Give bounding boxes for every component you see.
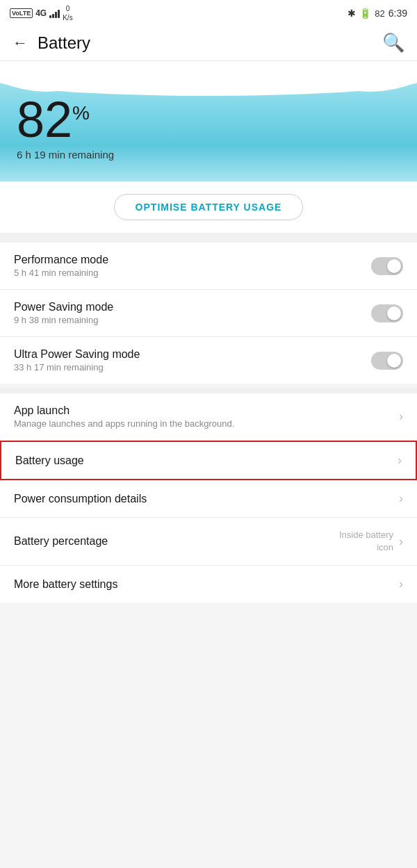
performance-mode-subtitle: 5 h 41 min remaining xyxy=(14,268,371,278)
ultra-power-saving-subtitle: 33 h 17 min remaining xyxy=(14,362,371,372)
power-consumption-right: › xyxy=(399,491,403,506)
battery-usage-right: › xyxy=(398,453,402,468)
app-launch-item[interactable]: App launch Manage launches and apps runn… xyxy=(0,393,417,441)
modes-section: Performance mode 5 h 41 min remaining Po… xyxy=(0,243,417,384)
app-launch-right: › xyxy=(399,409,403,424)
battery-usage-left: Battery usage xyxy=(15,455,398,467)
divider-2 xyxy=(0,388,417,393)
top-bar: ← Battery 🔍 xyxy=(0,25,417,61)
more-battery-settings-title: More battery settings xyxy=(14,578,399,591)
power-saving-right xyxy=(371,304,403,322)
ultra-power-saving-item[interactable]: Ultra Power Saving mode 33 h 17 min rema… xyxy=(0,337,417,384)
power-saving-left: Power Saving mode 9 h 38 min remaining xyxy=(14,301,371,325)
data-speed: 0 K/s xyxy=(63,4,72,22)
power-consumption-item[interactable]: Power consumption details › xyxy=(0,480,417,518)
status-left: VoLTE 4G 0 K/s xyxy=(10,4,73,22)
power-saving-item[interactable]: Power Saving mode 9 h 38 min remaining xyxy=(0,290,417,337)
performance-mode-title: Performance mode xyxy=(14,254,371,266)
settings-items-section: App launch Manage launches and apps runn… xyxy=(0,393,417,603)
battery-percentage-left: Battery percentage xyxy=(14,535,339,548)
ultra-power-saving-toggle[interactable] xyxy=(371,352,403,370)
status-right: ✱ 🔋 82 6:39 xyxy=(348,8,407,19)
app-launch-left: App launch Manage launches and apps runn… xyxy=(14,404,399,429)
divider-1 xyxy=(0,237,417,243)
search-button[interactable]: 🔍 xyxy=(382,32,404,54)
power-saving-toggle[interactable] xyxy=(371,304,403,322)
performance-mode-right xyxy=(371,257,403,275)
battery-percentage-title: Battery percentage xyxy=(14,535,339,548)
more-battery-settings-item[interactable]: More battery settings › xyxy=(0,566,417,603)
app-launch-title: App launch xyxy=(14,404,399,417)
more-battery-settings-right: › xyxy=(399,577,403,591)
battery-percentage-chevron: › xyxy=(399,534,403,549)
app-launch-chevron: › xyxy=(399,409,403,424)
ultra-power-saving-right xyxy=(371,352,403,370)
battery-usage-item[interactable]: Battery usage › xyxy=(0,441,417,480)
power-consumption-title: Power consumption details xyxy=(14,493,399,505)
battery-percentage-right-text: Inside batteryicon xyxy=(339,529,393,554)
power-consumption-chevron: › xyxy=(399,491,403,506)
ultra-power-saving-left: Ultra Power Saving mode 33 h 17 min rema… xyxy=(14,348,371,372)
page-title: Battery xyxy=(38,33,90,53)
battery-remaining: 6 h 19 min remaining xyxy=(17,149,400,161)
status-bar: VoLTE 4G 0 K/s ✱ 🔋 82 6:39 xyxy=(0,0,417,25)
volte-badge: VoLTE xyxy=(10,8,33,18)
optimise-button[interactable]: OPTIMISE BATTERY USAGE xyxy=(114,194,304,220)
optimise-section: OPTIMISE BATTERY USAGE xyxy=(0,181,417,237)
battery-percentage-item[interactable]: Battery percentage Inside batteryicon › xyxy=(0,518,417,566)
time: 6:39 xyxy=(389,8,407,19)
bluetooth-icon: ✱ xyxy=(348,8,356,19)
battery-percent-value: 82% xyxy=(17,92,90,147)
top-bar-left: ← Battery xyxy=(13,33,90,53)
power-saving-subtitle: 9 h 38 min remaining xyxy=(14,315,371,325)
signal-bars xyxy=(49,9,60,18)
app-launch-subtitle: Manage launches and apps running in the … xyxy=(14,418,399,429)
back-button[interactable]: ← xyxy=(13,34,28,52)
power-consumption-left: Power consumption details xyxy=(14,493,399,505)
power-saving-title: Power Saving mode xyxy=(14,301,371,313)
battery-icon: 🔋 xyxy=(359,8,371,19)
4g-label: 4G xyxy=(35,8,47,18)
battery-percentage-right: Inside batteryicon › xyxy=(339,529,403,554)
battery-usage-chevron: › xyxy=(398,453,402,468)
performance-mode-left: Performance mode 5 h 41 min remaining xyxy=(14,254,371,278)
battery-card: 82% 6 h 19 min remaining xyxy=(0,61,417,181)
battery-usage-title: Battery usage xyxy=(15,455,398,467)
performance-mode-item[interactable]: Performance mode 5 h 41 min remaining xyxy=(0,243,417,290)
more-battery-settings-left: More battery settings xyxy=(14,578,399,591)
performance-mode-toggle[interactable] xyxy=(371,257,403,275)
battery-level: 82 xyxy=(375,8,384,19)
ultra-power-saving-title: Ultra Power Saving mode xyxy=(14,348,371,361)
more-battery-settings-chevron: › xyxy=(399,577,403,591)
